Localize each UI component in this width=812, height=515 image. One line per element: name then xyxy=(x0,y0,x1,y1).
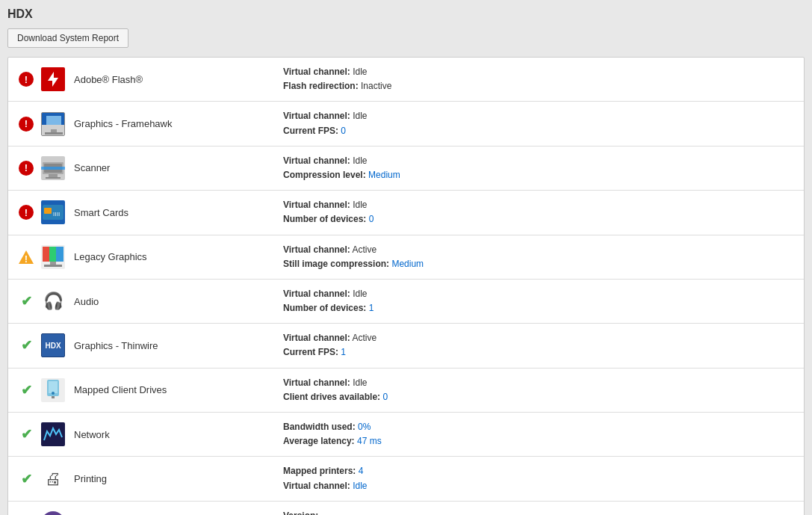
table-row: ! Graphics - Framehawk Virtual channel: … xyxy=(8,102,804,146)
page-title: HDX xyxy=(7,7,805,21)
app-icon-vda xyxy=(41,511,65,515)
smartcard-app-icon: |||||| xyxy=(41,200,65,224)
detail-line: Client drives available: 0 xyxy=(283,390,795,404)
detail-label: Bandwidth used: xyxy=(283,422,356,432)
detail-line: Version: xyxy=(283,509,795,515)
detail-label: Virtual channel: xyxy=(283,481,350,491)
table-row: ! xyxy=(8,235,804,280)
detail-value: Idle xyxy=(353,67,367,77)
warning-icon: ! xyxy=(18,249,34,265)
network-app-icon xyxy=(41,422,65,446)
detail-label: Virtual channel: xyxy=(283,111,350,121)
table-row: ✔ 🎧 Audio Virtual channel: Idle Number o… xyxy=(8,280,804,324)
detail-line: Mapped printers: 4 xyxy=(283,464,795,478)
check-icon: ✔ xyxy=(21,382,32,398)
item-name: Audio xyxy=(74,296,283,307)
item-details: Version: Session ID: 3 xyxy=(283,509,795,515)
detail-value: Idle xyxy=(353,289,367,299)
detail-value: Idle xyxy=(353,377,367,388)
app-icon-adobe-flash xyxy=(41,67,65,91)
app-icon-graphics-thinwire: HDX xyxy=(41,333,65,357)
detail-label: Virtual channel: xyxy=(283,155,350,166)
item-details: Virtual channel: Idle Compression level:… xyxy=(283,154,795,182)
detail-value: Idle xyxy=(353,111,367,121)
item-name: Scanner xyxy=(74,162,283,173)
detail-label: Number of devices: xyxy=(283,303,366,313)
svg-rect-21 xyxy=(43,247,63,262)
item-details: Bandwidth used: 0% Average latency: 47 m… xyxy=(283,420,795,448)
svg-rect-11 xyxy=(49,174,58,177)
item-name: Legacy Graphics xyxy=(74,251,283,262)
status-icon-check: ✔ xyxy=(17,382,35,398)
app-icon-legacy-graphics xyxy=(41,245,65,269)
svg-rect-27 xyxy=(52,396,55,398)
app-icon-audio: 🎧 xyxy=(41,289,65,313)
hdx-table: ! Adobe® Flash® Virtual channel: Idle Fl… xyxy=(7,57,805,515)
item-details: Virtual channel: Idle Client drives avai… xyxy=(283,376,795,404)
detail-line: Virtual channel: Idle xyxy=(283,479,795,493)
check-icon: ✔ xyxy=(21,337,32,354)
item-name: Printing xyxy=(74,473,283,484)
error-icon: ! xyxy=(19,117,34,132)
detail-line: Compression level: Medium xyxy=(283,168,795,182)
svg-rect-22 xyxy=(50,262,56,265)
detail-line: Virtual channel: Idle xyxy=(283,154,795,168)
item-name: Graphics - Thinwire xyxy=(74,340,283,351)
detail-line: Number of devices: 0 xyxy=(283,212,795,226)
detail-label: Mapped printers: xyxy=(283,466,356,476)
error-icon: ! xyxy=(19,205,34,220)
item-details: Virtual channel: Idle Number of devices:… xyxy=(283,198,795,226)
detail-label: Current FPS: xyxy=(283,347,338,357)
status-icon-check: ✔ xyxy=(17,337,35,354)
svg-rect-6 xyxy=(45,132,63,135)
status-icon-error: ! xyxy=(17,161,35,176)
detail-line: Current FPS: 0 xyxy=(283,124,795,138)
detail-value: 0% xyxy=(358,422,371,432)
scanner-app-icon xyxy=(41,156,65,180)
detail-label: Compression level: xyxy=(283,170,366,180)
svg-rect-10 xyxy=(41,167,65,170)
table-row: ! |||||| Smart Cards Virtual channel: Id… xyxy=(8,191,804,235)
detail-value: 0 xyxy=(369,214,374,224)
item-name: Mapped Client Drives xyxy=(74,384,283,395)
error-icon: ! xyxy=(19,161,34,176)
download-system-report-button[interactable]: Download System Report xyxy=(7,28,128,48)
table-row: ✔ HDX Graphics - Thinwire Virtual channe… xyxy=(8,324,804,368)
detail-value: Medium xyxy=(391,259,424,269)
app-icon-mapped-client-drives xyxy=(41,378,65,402)
detail-label: Virtual channel: xyxy=(283,333,350,343)
detail-label: Average latency: xyxy=(283,436,355,446)
detail-value: 0 xyxy=(341,126,346,136)
detail-label: Version: xyxy=(283,511,318,515)
svg-rect-26 xyxy=(49,381,58,393)
item-name: Graphics - Framehawk xyxy=(74,118,283,129)
svg-point-28 xyxy=(52,392,55,395)
flash-app-icon xyxy=(41,67,65,91)
detail-value: 1 xyxy=(369,303,374,313)
detail-line: Average latency: 47 ms xyxy=(283,434,795,448)
svg-text:!: ! xyxy=(25,253,28,265)
detail-label: Virtual channel: xyxy=(283,67,350,77)
app-icon-network xyxy=(41,422,65,446)
detail-line: Flash redirection: Inactive xyxy=(283,79,795,93)
detail-line: Bandwidth used: 0% xyxy=(283,420,795,434)
detail-value: Idle xyxy=(353,200,367,210)
audio-app-icon: 🎧 xyxy=(41,289,65,313)
error-icon: ! xyxy=(19,72,34,87)
check-icon: ✔ xyxy=(21,426,32,442)
detail-label: Virtual channel: xyxy=(283,289,350,299)
detail-value: Inactive xyxy=(361,81,391,91)
status-icon-check: ✔ xyxy=(17,426,35,442)
table-row: ✔ Network Bandwidth used: 0% Average lat… xyxy=(8,413,804,457)
detail-value: Active xyxy=(352,333,376,343)
detail-value: Active xyxy=(352,244,376,255)
svg-rect-15 xyxy=(44,208,52,214)
thinwire-app-icon: HDX xyxy=(41,333,65,357)
detail-line: Virtual channel: Idle xyxy=(283,109,795,123)
detail-value: 0 xyxy=(382,392,388,402)
app-icon-smart-cards: |||||| xyxy=(41,200,65,224)
detail-line: Virtual channel: Active xyxy=(283,331,795,345)
framehawk-app-icon xyxy=(41,112,65,136)
status-icon-error: ! xyxy=(17,205,35,220)
status-icon-error: ! xyxy=(17,117,35,132)
